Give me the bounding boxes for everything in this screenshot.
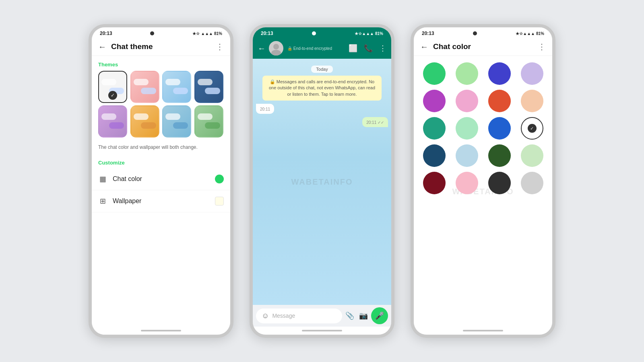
menu-button-3[interactable]: ⋮ xyxy=(538,42,546,51)
chat-avatar xyxy=(269,41,283,56)
chat-back-button[interactable]: ← xyxy=(258,44,266,53)
back-button-1[interactable]: ← xyxy=(98,43,106,51)
color-light-green[interactable] xyxy=(456,62,478,85)
chat-body: WABETAINFO Today 🔒 Messages and calls ar… xyxy=(253,59,391,305)
color-teal[interactable] xyxy=(423,117,446,140)
status-bar-1: 20:13 ★☆ ▲▲▲ 81% xyxy=(92,27,230,38)
screen-content-3: WABETAINFO ✓ xyxy=(414,56,552,327)
date-badge: Today xyxy=(256,65,388,72)
color-sage[interactable] xyxy=(521,144,543,167)
color-black[interactable] xyxy=(488,172,511,194)
color-indigo[interactable] xyxy=(488,62,511,85)
phone-chat-theme: 20:13 ★☆ ▲▲▲ 81% ← Chat theme ⋮ Themes ✓ xyxy=(89,24,233,338)
message-received: 20:11 xyxy=(256,104,274,114)
camera-dot-1 xyxy=(150,31,154,35)
e2e-notice: 🔒 Messages and calls are end-to-end encr… xyxy=(262,76,382,101)
color-maroon[interactable] xyxy=(423,172,446,194)
theme-note: The chat color and wallpaper will both c… xyxy=(92,142,230,156)
chat-color-icon: ▦ xyxy=(98,175,107,183)
svg-point-1 xyxy=(271,50,281,56)
chat-app-bar: ← 🔒 End-to-end encrypted ⬜ 📞 ⋮ xyxy=(253,38,391,59)
msg-time-sent: 20:11 ✓✓ xyxy=(366,120,384,125)
app-bar-1: ← Chat theme ⋮ xyxy=(92,38,230,56)
theme-item-pink[interactable] xyxy=(130,71,159,103)
wallpaper-menu-item[interactable]: ⊞ Wallpaper xyxy=(92,190,230,212)
theme-item-darkblue[interactable] xyxy=(194,71,223,103)
screen-content-1: Themes ✓ xyxy=(92,56,230,327)
video-call-icon[interactable]: ⬜ xyxy=(349,44,357,53)
status-icons-3: ★☆▲▲▲ 81% xyxy=(516,31,544,36)
phone-chat-screen: 20:13 ★☆▲▲▲ 81% ← 🔒 End-to-end encrypted… xyxy=(250,24,394,338)
camera-dot-2 xyxy=(312,31,316,35)
color-blue[interactable] xyxy=(488,117,511,140)
wallpaper-label: Wallpaper xyxy=(113,197,215,205)
chat-color-indicator xyxy=(215,175,224,183)
theme-item-blue[interactable] xyxy=(162,71,191,103)
color-peach[interactable] xyxy=(521,90,543,112)
attach-icon[interactable]: 📎 xyxy=(345,311,354,320)
theme-item-purple[interactable] xyxy=(98,105,127,138)
app-bar-3: ← Chat color ⋮ xyxy=(414,38,552,56)
color-navy[interactable] xyxy=(423,144,446,167)
wallpaper-icon: ⊞ xyxy=(98,197,107,206)
chat-action-icons: ⬜ 📞 ⋮ xyxy=(349,44,386,53)
color-gray[interactable] xyxy=(521,172,543,194)
chat-input-bar: ☺ Message 📎 📷 🎤 xyxy=(253,305,391,327)
emoji-icon[interactable]: ☺ xyxy=(262,312,269,320)
themes-label: Themes xyxy=(92,56,230,71)
chat-attachment-icons: 📎 📷 xyxy=(345,311,368,320)
selected-check: ✓ xyxy=(528,124,537,133)
theme-check-white: ✓ xyxy=(108,91,117,100)
status-bar-2: 20:13 ★☆▲▲▲ 81% xyxy=(253,27,391,38)
page-title-1: Chat theme xyxy=(111,42,216,51)
status-icons-2: ★☆▲▲▲ 81% xyxy=(355,31,383,36)
status-icons-1: ★☆ ▲▲▲ 81% xyxy=(192,31,222,36)
mic-button[interactable]: 🎤 xyxy=(371,307,388,324)
time-2: 20:13 xyxy=(261,31,273,36)
back-button-3[interactable]: ← xyxy=(420,43,428,51)
wallpaper-indicator xyxy=(215,197,224,206)
theme-item-nature[interactable] xyxy=(194,105,223,138)
page-title-3: Chat color xyxy=(433,42,538,51)
chat-menu-icon[interactable]: ⋮ xyxy=(379,44,386,53)
message-placeholder: Message xyxy=(272,313,336,319)
camera-dot-3 xyxy=(473,31,477,35)
e2e-header-text: 🔒 End-to-end encrypted xyxy=(287,46,349,51)
chat-color-label: Chat color xyxy=(113,175,215,183)
color-white-selected[interactable]: ✓ xyxy=(521,117,543,140)
time-1: 20:13 xyxy=(100,31,112,36)
theme-item-white[interactable]: ✓ xyxy=(98,71,127,103)
message-sent: 20:11 ✓✓ xyxy=(362,117,388,127)
color-orange-red[interactable] xyxy=(488,90,511,112)
color-forest[interactable] xyxy=(488,144,511,167)
home-indicator-2 xyxy=(253,327,391,335)
customize-label: Customize xyxy=(92,156,230,168)
voice-call-icon[interactable]: 📞 xyxy=(364,44,373,53)
phone-chat-color: 20:13 ★☆▲▲▲ 81% ← Chat color ⋮ WABETAINF… xyxy=(411,24,555,338)
chat-color-menu-item[interactable]: ▦ Chat color xyxy=(92,168,230,190)
theme-item-orange[interactable] xyxy=(130,105,159,138)
chat-contact-info: 🔒 End-to-end encrypted xyxy=(287,46,349,51)
chat-messages: 20:11 20:11 ✓✓ xyxy=(256,102,388,129)
camera-icon[interactable]: 📷 xyxy=(359,311,368,320)
color-green[interactable] xyxy=(423,62,446,85)
status-bar-3: 20:13 ★☆▲▲▲ 81% xyxy=(414,27,552,38)
msg-time-received: 20:11 xyxy=(260,107,270,111)
color-purple[interactable] xyxy=(423,90,446,112)
color-rose[interactable] xyxy=(456,172,478,194)
home-indicator-1 xyxy=(92,327,230,335)
message-input[interactable]: ☺ Message xyxy=(256,309,342,323)
color-grid: ✓ xyxy=(414,56,552,201)
watermark-2: WABETAINFO xyxy=(291,177,353,187)
svg-point-0 xyxy=(273,44,279,49)
color-light-blue[interactable] xyxy=(456,144,478,167)
color-lavender[interactable] xyxy=(521,62,543,85)
color-mint[interactable] xyxy=(456,117,478,140)
menu-button-1[interactable]: ⋮ xyxy=(216,42,224,51)
theme-item-teal[interactable] xyxy=(162,105,191,138)
themes-grid: ✓ xyxy=(92,71,230,142)
color-pink-light[interactable] xyxy=(456,90,478,112)
time-3: 20:13 xyxy=(422,31,434,36)
home-indicator-3 xyxy=(414,327,552,335)
